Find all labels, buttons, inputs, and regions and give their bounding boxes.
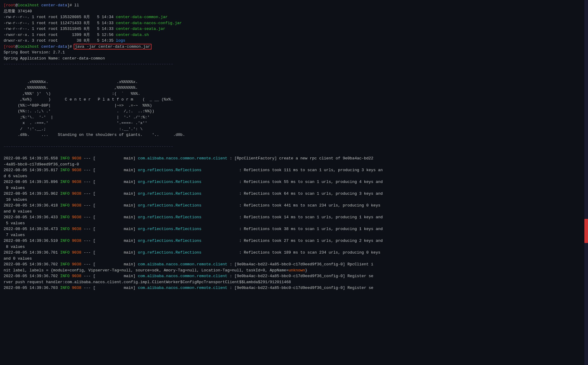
blank-1 <box>4 67 584 73</box>
prompt-host: localhost <box>18 3 39 8</box>
file-sh: center-data.sh <box>116 33 149 37</box>
divider-2: ----------------------------------------… <box>4 144 584 150</box>
cmd-ll: ll <box>74 3 79 8</box>
log-line-5: 2022-08-05 14:39:36.418 INFO 9038 --- [ … <box>4 203 584 209</box>
log-line-10: 2022-08-05 14:39:36.702 INFO 9038 --- [ … <box>4 261 584 267</box>
blank-4 <box>4 150 584 156</box>
log-line-1: 2022-08-05 14:39:35.658 INFO 9038 --- [ … <box>4 155 584 162</box>
divider-1: ----------------------------------------… <box>4 61 584 67</box>
log-line-8b: 8 values <box>4 244 584 250</box>
log-line-4b: 10 values <box>4 197 584 203</box>
log-line-9: 2022-08-05 14:39:36.701 INFO 9038 --- [ … <box>4 250 584 256</box>
prompt-root: [root <box>4 3 15 8</box>
log-line-6b: 5 values <box>4 220 584 226</box>
file-line-1: -rw-r--r--. 1 root root 135328085 8月 5 1… <box>4 14 584 20</box>
prompt-path: center-data <box>41 3 67 8</box>
java-command-highlighted: java -jar center-data-common.jar <box>74 44 151 49</box>
log-line-5b: and 0 values <box>4 209 584 215</box>
ascii-line-7: ;%:'\. '-' | | '-' ./':%:' <box>4 114 584 120</box>
ascii-line-10: .d8b. ... Standing on the shoulders of g… <box>4 132 584 138</box>
ascii-line-8: x . -===.' '.====- .'x'' <box>4 120 584 126</box>
ascii-line-9: / ':'.__.; :.__'.': \ <box>4 126 584 132</box>
file-line-2: -rw-r--r--. 1 root root 112471433 8月 5 1… <box>4 20 584 26</box>
ascii-line-3: ,%%%' )' \) :( ` %%%. <box>4 91 584 97</box>
log-line-6: 2022-08-05 14:39:36.433 INFO 9038 --- [ … <box>4 214 584 220</box>
log-line-1b: -4a85-bbc0-c17d9eed9f36_config-0 <box>4 162 584 168</box>
log-line-10b: nit label, labels = {module=config, Vips… <box>4 267 584 274</box>
command-line-java: [root@localhost center-data]# java -jar … <box>4 44 584 50</box>
log-line-3: 2022-08-05 14:39:35.896 INFO 9038 --- [ … <box>4 179 584 185</box>
scrollbar-thumb[interactable] <box>584 219 588 243</box>
file-dir-logs: logs <box>116 38 125 43</box>
command-line-ll: [root@localhost center-data]# ll <box>4 2 584 8</box>
log-line-9b: and 0 values <box>4 256 584 262</box>
ascii-line-2: ,%%%%%%%%. ,%%%%%%%%. <box>4 85 584 91</box>
file-jar-seata: center-data-seata.jar <box>116 27 165 31</box>
file-jar-nacos: center-data-nacos-config.jar <box>116 21 182 25</box>
ascii-line-5: (%%:~^88P~88P| |~=> .=-~ %%%) <box>4 103 584 109</box>
prompt-bracket: ]# <box>67 3 74 8</box>
blank-2 <box>4 73 584 79</box>
ascii-line-1: .x%%%%%x. .x%%%%%x. <box>4 79 584 85</box>
log-line-7: 2022-08-05 14:39:36.473 INFO 9038 --- [ … <box>4 226 584 232</box>
scrollbar[interactable] <box>584 0 588 365</box>
log-line-3b: 9 values <box>4 185 584 191</box>
file-jar-common: center-data-common.jar <box>116 15 168 19</box>
log-line-7b: 7 values <box>4 232 584 238</box>
terminal-window: [root@localhost center-data]# ll 总用量 374… <box>0 0 588 365</box>
log-line-4: 2022-08-05 14:39:35.962 INFO 9038 --- [ … <box>4 191 584 197</box>
log-line-11: 2022-08-05 14:39:36.702 INFO 9038 --- [ … <box>4 273 584 279</box>
appname-value: unknown <box>289 268 305 273</box>
prompt-at: @ <box>15 3 18 8</box>
prompt-space <box>39 3 41 8</box>
ascii-line-6: (%%::. .:,\ .' . /,:. ..:%%}) <box>4 108 584 114</box>
file-line-3: -rw-r--r--. 1 root root 135311045 8月 5 1… <box>4 26 584 32</box>
log-line-2b: d 6 values <box>4 173 584 179</box>
spring-version-line: Spring Boot Version: 2.7.1 <box>4 50 584 56</box>
log-line-11b: rver push request handler:com.alibaba.na… <box>4 279 584 285</box>
file-line-5: drwxr-xr-x. 3 root root 38 8月 5 14:35 lo… <box>4 38 584 44</box>
spring-name-line: Spring Application Name: center-data-com… <box>4 56 584 62</box>
log-line-12: 2022-08-05 14:39:36.703 INFO 9038 --- [ … <box>4 285 584 291</box>
file-line-4: -rwxr-xr-x. 1 root root 1399 8月 5 12:56 … <box>4 32 584 38</box>
total-line: 总用量 374140 <box>4 8 584 14</box>
blank-3 <box>4 138 584 144</box>
ascii-line-4: ,%x%) ) C e n t e r P l a t f o r m ( _ … <box>4 97 584 103</box>
log-line-8: 2022-08-05 14:39:36.510 INFO 9038 --- [ … <box>4 238 584 244</box>
log-line-2: 2022-08-05 14:39:35.817 INFO 9038 --- [ … <box>4 167 584 173</box>
